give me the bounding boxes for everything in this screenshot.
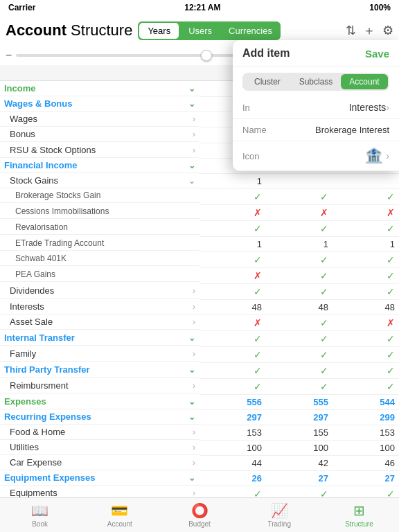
arrow-right-icon: › [193, 427, 195, 437]
row-value: 556 [200, 394, 266, 409]
row-value: ✓ [332, 267, 399, 283]
row-value: 48 [200, 299, 266, 314]
table-row[interactable]: Expenses⌄556555544 [0, 394, 399, 409]
sort-icon[interactable]: ⇅ [346, 23, 356, 38]
nav-book[interactable]: 📖 Book [0, 498, 80, 532]
row-label: Expenses⌄ [0, 394, 200, 409]
save-button[interactable]: Save [365, 48, 389, 60]
page-title: Account Structure [6, 21, 132, 39]
table-row[interactable]: Interests›484848 [0, 299, 399, 314]
table-row[interactable]: PEA Gains✗✓✓ [0, 267, 399, 283]
book-icon: 📖 [31, 502, 48, 519]
row-value: ✓ [266, 486, 332, 497]
add-icon[interactable]: ＋ [363, 22, 375, 39]
arrow-right-icon: › [193, 302, 195, 312]
row-label: Financial Income⌄ [0, 158, 200, 173]
row-label: Revalorisation [0, 220, 200, 235]
table-row[interactable]: Cessions Immobilisations✗✗✗ [0, 204, 399, 220]
gear-icon[interactable]: ⚙ [382, 23, 393, 38]
row-label: ETrade Trading Account [0, 236, 200, 251]
nav-budget[interactable]: ⭕ Budget [159, 498, 239, 532]
nav-trading[interactable]: 📈 Trading [240, 498, 319, 532]
row-value: 42 [266, 455, 332, 470]
table-row[interactable]: Family›✓✓✓ [0, 346, 399, 362]
table-row[interactable]: Dividendes›✓✓✓ [0, 283, 399, 299]
row-value [332, 173, 399, 188]
row-label: Car Expense› [0, 455, 200, 470]
row-value: 26 [200, 470, 266, 486]
overlay-panel: Add item Save Cluster Subclass Account I… [233, 40, 399, 171]
overlay-in-label: In [242, 103, 277, 113]
table-row[interactable]: Internal Transfer⌄✓✓✓ [0, 330, 399, 346]
row-value: ✓ [266, 267, 332, 283]
type-account[interactable]: Account [341, 74, 388, 89]
table-row[interactable]: Asset Sale›✗✓✗ [0, 314, 399, 330]
row-label: Cessions Immobilisations [0, 204, 200, 219]
overlay-in-value[interactable]: Interests [277, 102, 386, 113]
type-subclass[interactable]: Subclass [292, 74, 339, 89]
overlay-name-label: Name [242, 125, 277, 135]
arrow-right-icon: › [193, 317, 195, 327]
row-value: 48 [266, 299, 332, 314]
seg-currencies[interactable]: Currencies [220, 21, 281, 40]
seg-users[interactable]: Users [180, 21, 220, 40]
chevron-down-icon: ⌄ [188, 397, 195, 407]
segment-control[interactable]: Years Users Currencies [138, 21, 281, 40]
overlay-in-arrow: › [386, 102, 389, 113]
row-value: ✓ [200, 251, 266, 267]
arrow-right-icon: › [193, 381, 195, 391]
table-row[interactable]: Revalorisation✓✓✓ [0, 220, 399, 236]
seg-years[interactable]: Years [139, 23, 179, 39]
table-row[interactable]: Brokerage Stocks Gain✓✓✓ [0, 188, 399, 204]
overlay-header: Add item Save [233, 40, 399, 67]
row-value [266, 173, 332, 188]
table-row[interactable]: Reimbursment›✓✓✓ [0, 378, 399, 394]
table-row[interactable]: Schwab 401K✓✓✓ [0, 251, 399, 267]
nav-structure[interactable]: ⊞ Structure [319, 498, 399, 532]
row-value: ✓ [266, 251, 332, 267]
slider-thumb[interactable] [201, 50, 212, 61]
row-label: Stock Gains⌄ [0, 173, 200, 188]
slider-minus[interactable]: − [6, 49, 12, 62]
table-row[interactable]: Recurring Expenses⌄297297299 [0, 409, 399, 425]
row-label: Bonus› [0, 127, 200, 142]
row-value: ✓ [200, 362, 266, 378]
row-label: Brokerage Stocks Gain [0, 188, 200, 203]
row-value: 100 [200, 440, 266, 455]
row-value: ✗ [200, 314, 266, 330]
status-bar: Carrier 12:21 AM 100% [0, 0, 399, 15]
row-label: RSU & Stock Options› [0, 143, 200, 158]
overlay-icon-value[interactable]: 🏦 [364, 147, 383, 165]
table-row[interactable]: Equipment Expenses⌄262727 [0, 470, 399, 486]
arrow-right-icon: › [193, 145, 195, 155]
row-value: 44 [200, 455, 266, 470]
row-value: ✓ [332, 486, 399, 497]
arrow-right-icon: › [193, 114, 195, 124]
table-row[interactable]: ETrade Trading Account111 [0, 236, 399, 251]
table-row[interactable]: Equipments›✓✓✓ [0, 486, 399, 497]
arrow-right-icon: › [193, 458, 195, 468]
overlay-name-value[interactable]: Brokerage Interest [277, 125, 389, 135]
table-row[interactable]: Food & Home›153155153 [0, 425, 399, 440]
arrow-right-icon: › [193, 443, 195, 452]
trading-icon: 📈 [271, 502, 288, 519]
type-cluster[interactable]: Cluster [244, 74, 291, 89]
row-label: Family› [0, 346, 200, 362]
nav-account[interactable]: 💳 Account [80, 498, 159, 532]
table-row[interactable]: Third Party Transfer⌄✓✓✓ [0, 362, 399, 378]
table-row[interactable]: Stock Gains⌄1 [0, 173, 399, 188]
row-value: 100 [332, 440, 399, 455]
row-label: Wages & Bonus⌄ [0, 96, 200, 112]
nav-trading-label: Trading [267, 520, 291, 528]
row-label: Internal Transfer⌄ [0, 330, 200, 346]
overlay-icon-arrow: › [386, 150, 389, 161]
row-value: 27 [266, 470, 332, 486]
row-label: Recurring Expenses⌄ [0, 409, 200, 425]
row-label: PEA Gains [0, 267, 200, 282]
overlay-title: Add item [242, 47, 290, 60]
type-segment[interactable]: Cluster Subclass Account [242, 73, 389, 91]
table-row[interactable]: Utilities›100100100 [0, 440, 399, 455]
overlay-icon-row: Icon 🏦 › [233, 141, 399, 171]
budget-icon: ⭕ [191, 502, 209, 519]
table-row[interactable]: Car Expense›444246 [0, 455, 399, 470]
